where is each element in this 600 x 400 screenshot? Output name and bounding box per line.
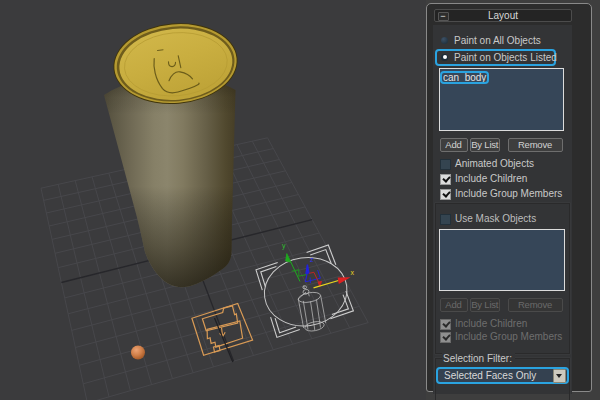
svg-text:y: y [282, 242, 286, 250]
svg-text:z: z [310, 256, 314, 263]
svg-text:x: x [351, 269, 355, 276]
